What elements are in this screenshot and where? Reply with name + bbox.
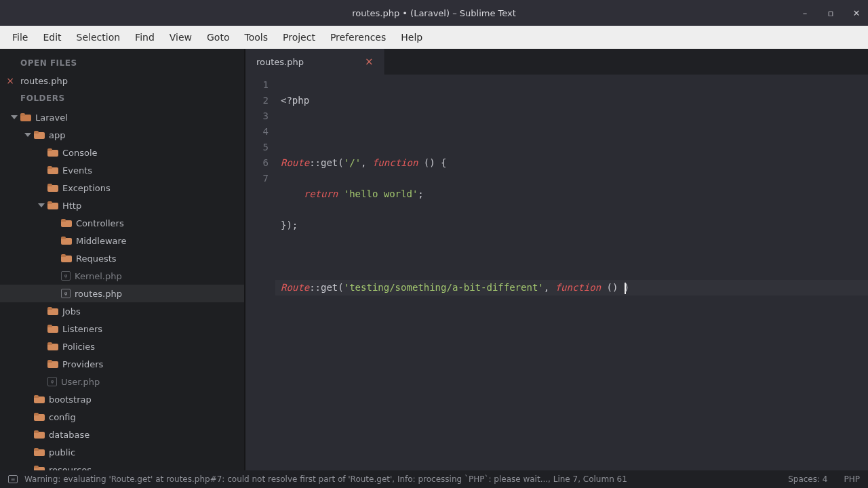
folder-item[interactable]: Jobs [0, 302, 244, 320]
folder-item[interactable]: Events [0, 161, 244, 179]
folder-item[interactable]: Exceptions [0, 179, 244, 197]
t: testing/something/a-bit-different [349, 282, 538, 293]
folder-item[interactable]: Controllers [0, 214, 244, 232]
minimize-button[interactable]: – [797, 8, 812, 18]
line-gutter: 1234567 [245, 75, 275, 470]
menu-find[interactable]: Find [128, 29, 161, 45]
menu-file[interactable]: File [5, 29, 35, 45]
menu-edit[interactable]: Edit [36, 29, 68, 45]
folder-item[interactable]: config [0, 408, 244, 426]
php-file-icon: φ [47, 377, 57, 386]
open-files-label: OPEN FILES [0, 54, 244, 72]
item-label: Exceptions [62, 183, 111, 193]
item-label: Http [62, 201, 81, 211]
t: function [372, 157, 418, 168]
folder-item[interactable]: app [0, 126, 244, 144]
lang-indicator[interactable]: PHP [844, 474, 861, 484]
folder-item[interactable]: Console [0, 144, 244, 161]
folder-icon [47, 184, 58, 192]
folders-label: FOLDERS [0, 89, 244, 107]
menu-view[interactable]: View [163, 29, 199, 45]
t: ); [286, 220, 298, 230]
t: ' [344, 188, 349, 199]
folder-item[interactable]: Providers [0, 355, 244, 373]
folder-icon [34, 413, 45, 421]
t [281, 188, 304, 199]
line-number: 7 [245, 171, 269, 186]
status-message: Warning: evaluating 'Route.get' at route… [24, 474, 781, 484]
file-item[interactable]: φroutes.php [0, 285, 244, 302]
item-label: Jobs [62, 306, 81, 317]
t: ) [624, 282, 629, 293]
console-icon[interactable]: ≡ [8, 475, 18, 483]
tab-routes[interactable]: routes.php × [245, 49, 385, 75]
menu-tools[interactable]: Tools [237, 29, 275, 45]
folder-item[interactable]: Middleware [0, 232, 244, 249]
item-label: Providers [62, 359, 103, 369]
close-icon[interactable]: × [5, 75, 15, 86]
folder-item[interactable]: bootstrap [0, 390, 244, 408]
t: get [321, 282, 338, 293]
folder-item[interactable]: Policies [0, 338, 244, 355]
folder-icon [34, 430, 45, 439]
folder-item[interactable]: Http [0, 197, 244, 214]
line-number: 2 [245, 93, 269, 108]
t: hello world [349, 188, 412, 199]
folder-icon [34, 448, 45, 456]
statusbar: ≡ Warning: evaluating 'Route.get' at rou… [0, 470, 868, 488]
menu-goto[interactable]: Goto [200, 29, 236, 45]
file-item[interactable]: φKernel.php [0, 267, 244, 285]
menu-selection[interactable]: Selection [70, 29, 127, 45]
menubar: File Edit Selection Find View Goto Tools… [0, 26, 868, 49]
folder-icon [47, 360, 58, 368]
item-label: database [49, 430, 90, 440]
folder-icon [61, 219, 72, 227]
code-text[interactable]: <?php Route::get('/', function () { retu… [275, 75, 868, 470]
line-number: 3 [245, 108, 269, 124]
folder-item[interactable]: Requests [0, 249, 244, 267]
folder-icon [34, 395, 45, 403]
line-number: 4 [245, 124, 269, 140]
item-label: routes.php [75, 289, 122, 299]
item-label: Console [62, 148, 98, 158]
item-label: Policies [62, 342, 95, 352]
folder-item[interactable]: database [0, 426, 244, 443]
php-file-icon: φ [61, 289, 71, 298]
t: Route [281, 282, 309, 293]
t: () [418, 157, 441, 168]
t: get [321, 157, 338, 168]
tab-bar: routes.php × [245, 49, 868, 75]
close-button[interactable]: ✕ [849, 8, 864, 18]
menu-preferences[interactable]: Preferences [323, 29, 393, 45]
t: :: [309, 157, 321, 168]
folder-item[interactable]: Laravel [0, 108, 244, 126]
folder-icon [61, 237, 72, 245]
item-label: app [49, 130, 65, 140]
tab-close-icon[interactable]: × [365, 56, 374, 68]
folder-item[interactable]: Listeners [0, 320, 244, 338]
line-number: 6 [245, 155, 269, 171]
maximize-button[interactable]: ▫ [823, 8, 838, 18]
item-label: resources [49, 465, 92, 471]
menu-project[interactable]: Project [276, 29, 322, 45]
chevron-down-icon [24, 131, 31, 138]
open-file-name: routes.php [20, 76, 68, 86]
window-controls: – ▫ ✕ [797, 0, 864, 26]
php-file-icon: φ [61, 271, 71, 281]
folder-item[interactable]: resources [0, 461, 244, 470]
code-area[interactable]: 1234567 <?php Route::get('/', function (… [245, 75, 868, 470]
item-label: public [49, 447, 75, 458]
spaces-indicator[interactable]: Spaces: 4 [788, 474, 827, 484]
file-item[interactable]: φUser.php [0, 373, 244, 390]
folder-tree[interactable]: LaravelappConsoleEventsExceptionsHttpCon… [0, 107, 244, 470]
app-window: routes.php • (Laravel) – Sublime Text – … [0, 0, 868, 488]
t: , [361, 157, 372, 168]
folder-item[interactable]: public [0, 443, 244, 461]
folder-icon [61, 254, 72, 262]
tab-label: routes.php [256, 57, 304, 67]
item-label: Events [62, 165, 92, 176]
item-label: Kernel.php [75, 271, 122, 281]
open-file-item[interactable]: × routes.php [0, 72, 244, 89]
menu-help[interactable]: Help [394, 29, 429, 45]
t: ; [418, 188, 423, 199]
